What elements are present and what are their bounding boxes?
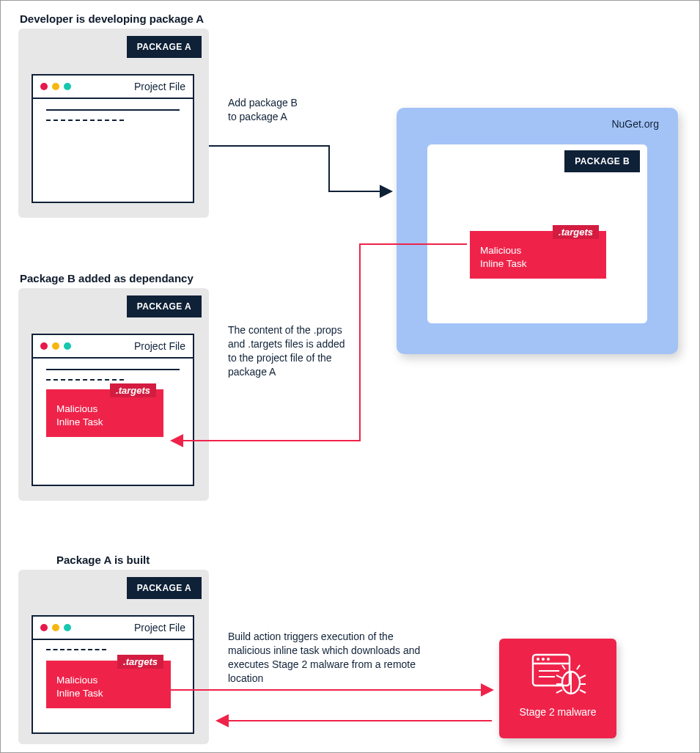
- stage1-panel: PACKAGE A Project File: [18, 29, 209, 218]
- file-line-dashed: [46, 379, 124, 381]
- stage3-window: Project File .targets Malicious Inline T…: [32, 615, 194, 734]
- dot-red-icon: [40, 624, 48, 631]
- malware-icon: [528, 649, 587, 702]
- file-line-dashed: [46, 120, 124, 121]
- window-title: Project File: [134, 81, 185, 92]
- malware-box: Stage 2 malware: [499, 639, 616, 738]
- window-title: Project File: [134, 340, 185, 352]
- svg-point-4: [547, 658, 550, 661]
- svg-point-3: [542, 658, 545, 661]
- stage2-window: Project File .targets Malicious Inline T…: [32, 334, 194, 486]
- file-line: [46, 109, 180, 111]
- svg-line-14: [580, 690, 586, 693]
- file-line-dashed: [46, 649, 106, 650]
- nuget-inner: PACKAGE B .targets Malicious Inline Task: [427, 144, 647, 323]
- window-body: .targets Malicious Inline Task: [33, 359, 193, 450]
- malicious-text: Malicious Inline Task: [480, 244, 596, 270]
- dot-green-icon: [64, 342, 71, 350]
- stage2-package-label: PACKAGE A: [127, 295, 202, 317]
- annotation-arrow2: The content of the .props and .targets f…: [228, 323, 345, 379]
- nuget-title: NuGet.org: [611, 118, 659, 130]
- targets-tag: .targets: [553, 225, 599, 239]
- malicious-text: Malicious Inline Task: [56, 403, 153, 428]
- window-title: Project File: [134, 622, 185, 633]
- window-dots: [40, 83, 71, 90]
- nuget-package-label: PACKAGE B: [564, 150, 640, 172]
- svg-point-2: [537, 658, 539, 661]
- dot-yellow-icon: [52, 83, 59, 90]
- svg-line-11: [556, 690, 562, 693]
- stage3-malicious-block: .targets Malicious Inline Task: [46, 661, 171, 708]
- stage1-window: Project File: [32, 74, 194, 203]
- svg-line-12: [580, 675, 586, 678]
- window-header: Project File: [33, 617, 193, 640]
- window-body: .targets Malicious Inline Task: [33, 640, 193, 719]
- window-body: [33, 99, 193, 143]
- file-line: [46, 369, 180, 370]
- dot-yellow-icon: [52, 624, 59, 631]
- arrow1-line: [209, 146, 391, 191]
- window-dots: [40, 624, 71, 631]
- stage2-malicious-block: .targets Malicious Inline Task: [46, 389, 163, 437]
- stage1-title: Developer is developing package A: [20, 12, 204, 25]
- stage3-panel: PACKAGE A Project File .targets Maliciou…: [18, 570, 209, 744]
- svg-line-9: [556, 675, 562, 678]
- targets-tag: .targets: [117, 655, 163, 669]
- malicious-text: Malicious Inline Task: [56, 674, 161, 699]
- stage2-panel: PACKAGE A Project File .targets Maliciou…: [18, 288, 209, 501]
- dot-red-icon: [40, 342, 48, 350]
- stage2-title: Package B added as dependancy: [20, 272, 194, 284]
- window-header: Project File: [33, 76, 193, 99]
- dot-green-icon: [64, 624, 71, 631]
- window-header: Project File: [33, 335, 193, 359]
- nuget-panel: NuGet.org PACKAGE B .targets Malicious I…: [397, 108, 678, 354]
- stage1-package-label: PACKAGE A: [127, 36, 202, 58]
- annotation-arrow3: Build action triggers execution of the m…: [228, 630, 433, 686]
- dot-green-icon: [64, 83, 71, 90]
- annotation-arrow1: Add package B to package A: [228, 96, 331, 124]
- dot-red-icon: [40, 83, 48, 90]
- window-dots: [40, 342, 71, 350]
- nuget-malicious-block: .targets Malicious Inline Task: [470, 231, 606, 279]
- stage3-package-label: PACKAGE A: [127, 577, 202, 599]
- targets-tag: .targets: [110, 383, 156, 397]
- stage3-title: Package A is built: [56, 554, 150, 566]
- dot-yellow-icon: [52, 342, 59, 350]
- malware-label: Stage 2 malware: [506, 706, 609, 718]
